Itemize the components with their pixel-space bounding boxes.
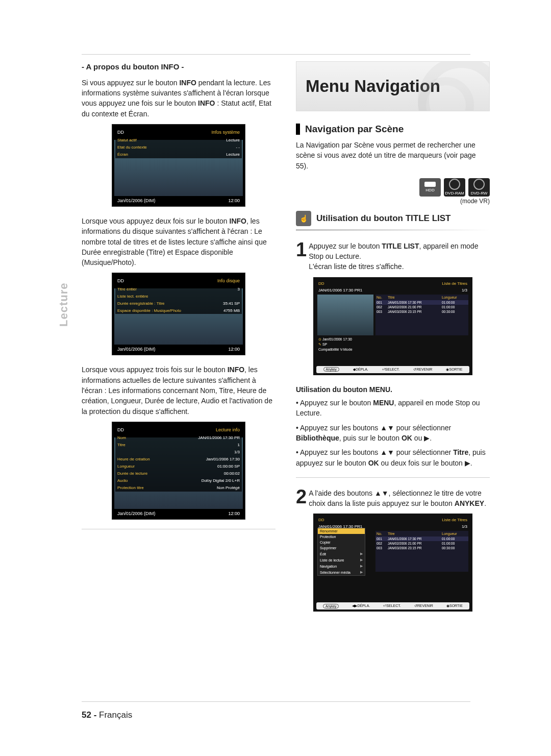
subheading-title-list: ☝ Utilisation du bouton TITLE LIST bbox=[296, 211, 490, 226]
info-button-heading: - A propos du bouton INFO - bbox=[82, 61, 276, 72]
hdd-icon: HDD bbox=[419, 178, 441, 197]
anykey-popup-menu: Renommer Protection Copier Supprimer Édi… bbox=[317, 528, 365, 576]
hand-icon: ☝ bbox=[296, 211, 311, 226]
info-para-2: Lorsque vous appuyez deux fois sur le bo… bbox=[82, 216, 276, 267]
info-para-1: Si vous appuyez sur le bouton INFO penda… bbox=[82, 78, 276, 119]
mode-vr-label: (mode VR) bbox=[296, 198, 490, 205]
dvd-rw-icon: DVD-RW bbox=[468, 178, 490, 197]
info-para-3: Lorsque vous appuyez trois fois sur le b… bbox=[82, 364, 276, 416]
screenshot-disc-info: DDInfo disque Titre entier3 Liste lect. … bbox=[112, 273, 245, 355]
heading-navigation-scene: Navigation par Scène bbox=[296, 124, 490, 135]
screenshot-system-info: DDInfos système Statut actifLecture Etat… bbox=[112, 124, 245, 207]
screenshot-playback-info: DDLecture info NomJAN/01/2006 17:30 PR T… bbox=[112, 422, 245, 520]
nav-scene-desc: La Navigation par Scène vous permet de r… bbox=[296, 140, 490, 171]
page-number: 52 - Français bbox=[82, 710, 132, 720]
section-title-menu-navigation: Menu Navigation bbox=[296, 61, 490, 111]
dvd-ram-icon: DVD-RAM bbox=[444, 178, 465, 197]
menu-bullets: • Appuyez sur le bouton MENU, appareil e… bbox=[296, 398, 490, 468]
step-1: 1 Appuyez sur le bouton TITLE LIST, appa… bbox=[296, 240, 490, 272]
step-2: 2 A l'aide des boutons ▲▼, sélectionnez … bbox=[296, 487, 490, 509]
subhead-menu-button: Utilisation du bouton MENU. bbox=[296, 384, 490, 395]
media-compat-icons: HDD DVD-RAM DVD-RW bbox=[296, 178, 490, 197]
screenshot-title-list-anykey: DDListe de Titres JAN/01/2006 17:30 PR11… bbox=[313, 514, 472, 612]
side-tab-lecture: Lecture bbox=[57, 283, 70, 327]
screenshot-title-list: DDListe de Titres JAN/01/2006 17:30 PR11… bbox=[313, 277, 472, 375]
